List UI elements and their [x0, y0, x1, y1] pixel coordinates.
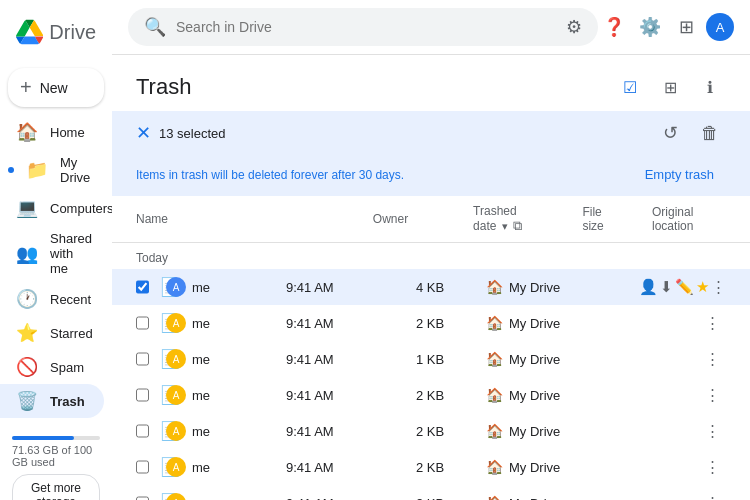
sidebar-item-trash[interactable]: 🗑️ Trash	[0, 384, 104, 418]
filter-icon[interactable]: ⚙	[566, 16, 582, 38]
sidebar-item-recent-label: Recent	[50, 292, 91, 307]
col-owner: A me	[166, 349, 286, 369]
sidebar-item-my-drive[interactable]: 📁 My Drive	[0, 149, 104, 191]
recent-icon: 🕐	[16, 288, 38, 310]
col-size: 2 KB	[416, 424, 486, 439]
trash-icon: 🗑️	[16, 390, 38, 412]
sidebar-item-recent[interactable]: 🕐 Recent	[0, 282, 104, 316]
star-icon[interactable]: ★	[696, 273, 709, 301]
apps-button[interactable]: ⊞	[670, 11, 702, 43]
location-label: My Drive	[509, 460, 560, 475]
row-checkbox[interactable]	[136, 314, 149, 332]
col-actions: ⋮	[646, 453, 726, 481]
more-icon[interactable]: ⋮	[711, 273, 726, 301]
col-actions: 👤 ⬇ ✏️ ★ ⋮	[646, 273, 726, 301]
col-name: 📄 2 Cara Hapus Akun TikTok secara Perman…	[136, 384, 166, 406]
col-name-header[interactable]: Name	[112, 196, 349, 243]
storage-area: 71.63 GB of 100 GB used Get more storage	[0, 422, 112, 500]
sidebar-item-home[interactable]: 🏠 Home	[0, 115, 104, 149]
deselect-icon[interactable]: ✕	[136, 122, 151, 144]
settings-button[interactable]: ⚙️	[634, 11, 666, 43]
owner-label: me	[192, 460, 210, 475]
owner-avatar: A	[166, 313, 186, 333]
more-icon[interactable]: ⋮	[698, 345, 726, 373]
search-bar[interactable]: 🔍 ⚙	[128, 8, 598, 46]
col-size-header[interactable]: File size	[558, 196, 628, 243]
table-row[interactable]: 📄 2 Cara Ganti Cover Playlist Spotify de…	[112, 341, 750, 377]
location-drive-icon: 🏠	[486, 387, 503, 403]
sort-arrow: ▾	[502, 220, 508, 232]
sidebar-item-spam[interactable]: 🚫 Spam	[0, 350, 104, 384]
col-location: 🏠 My Drive	[486, 459, 646, 475]
more-icon[interactable]: ⋮	[698, 417, 726, 445]
topbar: 🔍 ⚙ ❓ ⚙️ ⊞ A	[112, 0, 750, 55]
logo-area[interactable]: Drive	[0, 8, 112, 64]
table-row[interactable]: 📄 2 Cara Hapus Akun TikTok secara Perman…	[112, 377, 750, 413]
starred-icon: ⭐	[16, 322, 38, 344]
location-drive-icon: 🏠	[486, 423, 503, 439]
info-button[interactable]: ℹ	[694, 71, 726, 103]
col-name: 📄 2 Cara Ganti Cover Playlist Spotify de…	[136, 348, 166, 370]
row-checkbox[interactable]	[136, 350, 149, 368]
col-name: 📄 2 Cara Download Video TikTok di HP And…	[136, 312, 166, 334]
selected-count: 13 selected	[159, 126, 646, 141]
new-button[interactable]: + New	[8, 68, 104, 107]
my-drive-icon: 📁	[26, 159, 48, 181]
table-row[interactable]: 📄 2 Cara Downgrade dari Windows 11 ke Wi…	[112, 485, 750, 500]
delete-forever-button[interactable]: 🗑	[694, 117, 726, 149]
storage-bar-fill	[12, 436, 74, 440]
sidebar-item-home-label: Home	[50, 125, 85, 140]
more-icon[interactable]: ⋮	[698, 453, 726, 481]
info-banner-text: Items in trash will be deleted forever a…	[136, 168, 404, 182]
col-trashed-header[interactable]: Trashed date ▾ ⧉	[449, 196, 558, 243]
download-icon[interactable]: ⬇	[660, 273, 673, 301]
owner-label: me	[192, 280, 210, 295]
file-rows-container: 📄 2 Cara Ganti Kartu 3G ke 4G Telkomsel …	[112, 269, 750, 500]
sidebar-item-computers[interactable]: 💻 Computers	[0, 191, 104, 225]
table-row[interactable]: 📄 2 Cara Download Video TikTok di HP And…	[112, 305, 750, 341]
col-owner: A me	[166, 493, 286, 500]
more-icon[interactable]: ⋮	[698, 489, 726, 500]
more-icon[interactable]: ⋮	[698, 381, 726, 409]
location-label: My Drive	[509, 424, 560, 439]
sidebar-item-starred[interactable]: ⭐ Starred	[0, 316, 104, 350]
col-size: 2 KB	[416, 316, 486, 331]
header-view-controls: ☑ ⊞ ℹ	[614, 71, 726, 103]
home-icon: 🏠	[16, 121, 38, 143]
share-icon[interactable]: 👤	[639, 273, 658, 301]
col-trashed: 9:41 AM	[286, 316, 416, 331]
info-banner: Items in trash will be deleted forever a…	[112, 155, 750, 196]
col-owner: A me	[166, 385, 286, 405]
location-drive-icon: 🏠	[486, 279, 503, 295]
user-avatar[interactable]: A	[706, 13, 734, 41]
col-location: 🏠 My Drive	[486, 423, 646, 439]
col-owner-header[interactable]: Owner	[349, 196, 449, 243]
location-label: My Drive	[509, 496, 560, 501]
restore-button[interactable]: ↺	[654, 117, 686, 149]
table-row[interactable]: 📄 2 Cara Ganti Password Instagram via HP…	[112, 449, 750, 485]
pencil-icon[interactable]: ✏️	[675, 273, 694, 301]
more-icon[interactable]: ⋮	[698, 309, 726, 337]
table-row[interactable]: 📄 2 Cara Ganti Kartu 3G ke 4G Telkomsel …	[112, 269, 750, 305]
table-header: Name Owner Trashed date ▾ ⧉ File size Or	[112, 196, 750, 243]
sidebar-item-shared[interactable]: 👥 Shared with me	[0, 225, 104, 282]
row-checkbox[interactable]	[136, 422, 149, 440]
row-checkbox[interactable]	[136, 386, 149, 404]
help-button[interactable]: ❓	[598, 11, 630, 43]
sort-filter-icon[interactable]: ⧉	[513, 218, 522, 233]
location-label: My Drive	[509, 352, 560, 367]
search-input[interactable]	[176, 19, 552, 35]
owner-label: me	[192, 316, 210, 331]
col-owner: A me	[166, 313, 286, 333]
sidebar-item-starred-label: Starred	[50, 326, 93, 341]
row-checkbox[interactable]	[136, 494, 149, 500]
row-checkbox[interactable]	[136, 458, 149, 476]
empty-trash-button[interactable]: Empty trash	[633, 161, 726, 188]
row-checkbox[interactable]	[136, 278, 149, 296]
get-more-storage-button[interactable]: Get more storage	[12, 474, 100, 500]
table-row[interactable]: 📄 2 Cara Hapus Akun Instagram Permanen T…	[112, 413, 750, 449]
list-view-button[interactable]: ☑	[614, 71, 646, 103]
col-size: 4 KB	[416, 280, 486, 295]
grid-view-button[interactable]: ⊞	[654, 71, 686, 103]
plus-icon: +	[20, 76, 32, 99]
